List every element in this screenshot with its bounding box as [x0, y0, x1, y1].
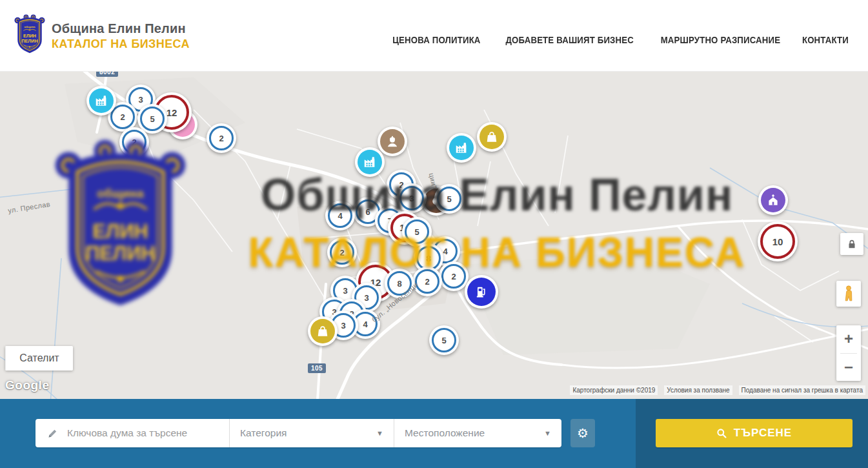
cluster-marker[interactable]: 3: [397, 183, 427, 213]
cluster-marker[interactable]: 2: [327, 238, 357, 267]
factory-icon: [449, 136, 474, 160]
fuel-icon: [467, 278, 496, 306]
cluster-marker[interactable]: 10: [758, 221, 798, 261]
pegman-button[interactable]: [836, 281, 861, 307]
category-select-label: Категория: [240, 427, 287, 439]
road-number-label: 8002: [96, 71, 118, 77]
nav-add-your-business[interactable]: ДОБАВЕТЕ ВАШИЯТ БИЗНЕС: [505, 34, 633, 45]
search-button[interactable]: ТЪРСЕНЕ: [656, 419, 853, 447]
zoom-control: + −: [836, 325, 861, 381]
cluster-count: 5: [140, 107, 165, 131]
chevron-down-icon: ▼: [544, 429, 551, 437]
svg-text:ПЕЛИН: ПЕЛИН: [21, 39, 37, 44]
attribution-terms-link[interactable]: Условия за ползване: [664, 385, 732, 395]
search-bar: Категория ▼ Местоположение ▼ ⚙ ТЪРСЕНЕ: [0, 399, 868, 468]
cluster-marker[interactable]: 5: [402, 217, 432, 247]
bag-pin-marker[interactable]: [308, 316, 338, 346]
cluster-marker[interactable]: 5: [429, 325, 459, 355]
factory-pin-marker[interactable]: [86, 86, 116, 116]
cluster-count: 5: [405, 219, 429, 244]
fuel-pin-marker[interactable]: [465, 275, 498, 309]
map-type-control: Карта Сателит: [5, 346, 73, 371]
bag-icon: [310, 319, 335, 343]
cluster-marker[interactable]: 2: [119, 127, 149, 157]
road-number-label: 105: [308, 363, 326, 373]
advanced-settings-button[interactable]: ⚙: [570, 419, 595, 447]
lock-icon: [846, 238, 858, 250]
location-select[interactable]: Местоположение ▼: [394, 419, 561, 447]
google-logo[interactable]: Google: [5, 378, 49, 392]
attribution-data: Картографски данни ©2019: [570, 385, 658, 395]
cluster-count: 4: [328, 203, 352, 228]
factory-icon: [89, 88, 114, 113]
cluster-count: 2: [415, 269, 439, 294]
cluster-marker[interactable]: 5: [434, 184, 464, 214]
cluster-marker[interactable]: 2: [412, 267, 442, 296]
location-select-label: Местоположение: [405, 427, 485, 439]
filter-group: Категория ▼ Местоположение ▼: [35, 419, 561, 447]
header: община ЕЛИН ПЕЛИН Община Елин Пелин КАТА…: [0, 0, 868, 72]
site-title: Община Елин Пелин: [52, 21, 190, 36]
site-subtitle: КАТАЛОГ НА БИЗНЕСА: [52, 37, 190, 51]
nav-pricing-policy[interactable]: ЦЕНОВА ПОЛИТИКА: [392, 34, 480, 45]
map-attribution: Картографски данни ©2019 Условия за полз…: [570, 385, 865, 395]
cluster-count: 5: [437, 187, 461, 211]
nav-contacts[interactable]: КОНТАКТИ: [802, 34, 849, 45]
cluster-count: 2: [209, 126, 234, 150]
cluster-count: 3: [399, 186, 424, 210]
cluster-marker[interactable]: 4: [325, 201, 355, 230]
municipality-crest-logo: община ЕЛИН ПЕЛИН: [14, 14, 45, 57]
gear-icon: ⚙: [577, 425, 589, 441]
cluster-marker[interactable]: 2: [207, 123, 236, 153]
church-icon: [761, 188, 785, 212]
svg-text:община: община: [25, 25, 35, 28]
attribution-report-link[interactable]: Подаване на сигнал за грешка в картата: [739, 385, 865, 395]
church-pin-marker[interactable]: [758, 185, 788, 215]
chevron-down-icon: ▼: [376, 429, 383, 437]
lock-button[interactable]: [840, 233, 863, 255]
nav-route-schedule[interactable]: МАРШРУТНО РАЗПИСАНИЕ: [661, 34, 780, 45]
brand-text: Община Елин Пелин КАТАЛОГ НА БИЗНЕСА: [52, 21, 190, 51]
crest-graphic: община ЕЛИН ПЕЛИН: [14, 14, 45, 55]
zoom-out-button[interactable]: −: [836, 354, 861, 382]
cluster-count: 2: [330, 240, 354, 265]
search-icon: [716, 428, 727, 439]
svg-text:ЕЛИН: ЕЛИН: [23, 34, 36, 39]
site-logo[interactable]: община ЕЛИН ПЕЛИН Община Елин Пелин КАТА…: [14, 14, 190, 57]
cluster-count: 5: [432, 328, 456, 352]
keyword-section: [35, 419, 229, 447]
map-canvas[interactable]: ул. Преславбул. „Новоселциции" 8002105 3…: [0, 71, 868, 399]
search-button-label: ТЪРСЕНЕ: [734, 427, 792, 440]
cluster-count: 2: [122, 130, 146, 154]
main-nav: ЦЕНОВА ПОЛИТИКАДОБАВЕТЕ ВАШИЯТ БИЗНЕСМАР…: [387, 0, 852, 71]
zoom-in-button[interactable]: +: [836, 325, 861, 353]
category-select[interactable]: Категория ▼: [229, 419, 394, 447]
factory-icon: [358, 150, 382, 174]
pencil-icon: [47, 428, 58, 439]
pegman-icon: [842, 285, 856, 302]
cluster-count: 2: [441, 264, 466, 289]
bag-pin-marker[interactable]: [477, 122, 507, 152]
factory-pin-marker[interactable]: [447, 133, 476, 163]
keyword-search-input[interactable]: [66, 427, 217, 440]
map-type-satellite-button[interactable]: Сателит: [5, 346, 73, 371]
cluster-count: 10: [760, 224, 795, 259]
page: община ЕЛИН ПЕЛИН Община Елин Пелин КАТА…: [0, 0, 868, 468]
bag-icon: [479, 125, 504, 149]
factory-pin-marker[interactable]: [355, 147, 385, 177]
